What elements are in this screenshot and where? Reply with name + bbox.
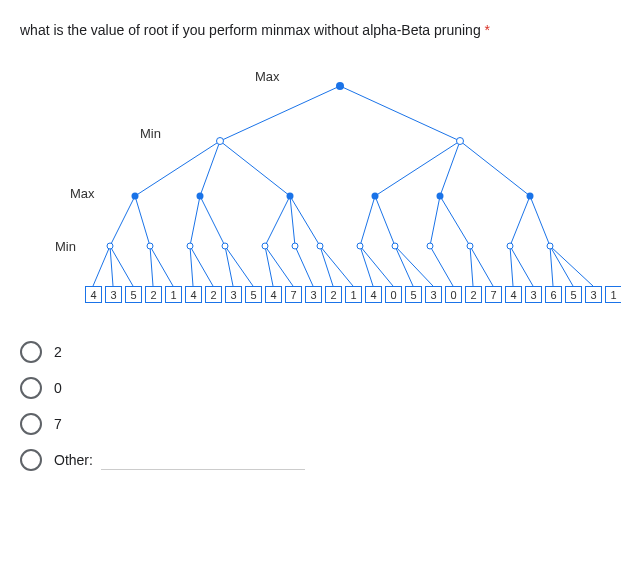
- svg-line-45: [550, 246, 573, 286]
- svg-point-64: [392, 243, 398, 249]
- leaf-node: 4: [185, 286, 202, 303]
- svg-line-2: [135, 141, 220, 196]
- svg-line-44: [550, 246, 553, 286]
- leaf-node: 3: [225, 286, 242, 303]
- radio-icon: [20, 341, 42, 363]
- svg-line-5: [375, 141, 460, 196]
- leaf-node: 3: [105, 286, 122, 303]
- svg-line-26: [190, 246, 193, 286]
- leaf-node: 4: [505, 286, 522, 303]
- svg-line-0: [220, 86, 340, 141]
- leaf-node: 5: [125, 286, 142, 303]
- svg-line-36: [360, 246, 393, 286]
- leaf-node: 6: [545, 286, 562, 303]
- level-label-max-top: Max: [255, 69, 280, 84]
- svg-point-61: [292, 243, 298, 249]
- question-text: what is the value of root if you perform…: [20, 20, 601, 41]
- leaf-node: 3: [525, 286, 542, 303]
- svg-line-34: [320, 246, 353, 286]
- svg-line-33: [320, 246, 333, 286]
- svg-point-66: [467, 243, 473, 249]
- required-asterisk: *: [485, 22, 490, 38]
- option-7[interactable]: 7: [20, 413, 601, 435]
- svg-point-59: [222, 243, 228, 249]
- svg-line-6: [440, 141, 460, 196]
- svg-point-52: [287, 193, 294, 200]
- leaf-node: 4: [85, 286, 102, 303]
- svg-point-55: [527, 193, 534, 200]
- leaf-node: 0: [445, 286, 462, 303]
- tree-edges-svg: [20, 61, 600, 321]
- leaf-node: 2: [205, 286, 222, 303]
- svg-point-51: [197, 193, 204, 200]
- svg-point-47: [336, 82, 344, 90]
- svg-line-20: [530, 196, 550, 246]
- minmax-tree-diagram: Max Min Max Min 435214235473214053027436…: [20, 61, 600, 321]
- radio-icon: [20, 413, 42, 435]
- svg-line-9: [135, 196, 150, 246]
- svg-line-18: [440, 196, 470, 246]
- leaf-node: 5: [405, 286, 422, 303]
- svg-point-56: [107, 243, 113, 249]
- svg-line-11: [200, 196, 225, 246]
- option-2[interactable]: 2: [20, 341, 601, 363]
- svg-point-53: [372, 193, 379, 200]
- svg-line-24: [150, 246, 153, 286]
- svg-line-25: [150, 246, 173, 286]
- other-input[interactable]: [101, 451, 305, 470]
- svg-point-63: [357, 243, 363, 249]
- svg-line-15: [360, 196, 375, 246]
- svg-point-50: [132, 193, 139, 200]
- leaf-node: 3: [425, 286, 442, 303]
- svg-point-57: [147, 243, 153, 249]
- svg-line-43: [510, 246, 533, 286]
- radio-icon: [20, 449, 42, 471]
- leaf-node: 2: [145, 286, 162, 303]
- level-label-min-upper: Min: [140, 126, 161, 141]
- leaf-node: 2: [465, 286, 482, 303]
- leaf-node: 7: [485, 286, 502, 303]
- svg-line-12: [265, 196, 290, 246]
- svg-point-49: [457, 138, 464, 145]
- svg-line-40: [470, 246, 473, 286]
- svg-point-68: [547, 243, 553, 249]
- radio-icon: [20, 377, 42, 399]
- svg-line-46: [550, 246, 593, 286]
- option-other[interactable]: Other:: [20, 449, 601, 471]
- svg-line-8: [110, 196, 135, 246]
- leaf-node: 4: [365, 286, 382, 303]
- svg-line-27: [190, 246, 213, 286]
- question-body: what is the value of root if you perform…: [20, 22, 481, 38]
- leaf-node: 0: [385, 286, 402, 303]
- svg-point-67: [507, 243, 513, 249]
- option-label: Other:: [54, 452, 93, 468]
- svg-line-3: [200, 141, 220, 196]
- svg-line-23: [110, 246, 133, 286]
- svg-line-39: [430, 246, 453, 286]
- leaf-node: 2: [325, 286, 342, 303]
- svg-point-60: [262, 243, 268, 249]
- svg-line-4: [220, 141, 290, 196]
- level-label-min-lower: Min: [55, 239, 76, 254]
- leaf-node: 1: [605, 286, 621, 303]
- leaf-node: 1: [165, 286, 182, 303]
- leaf-node: 5: [245, 286, 262, 303]
- svg-line-21: [93, 246, 110, 286]
- leaf-node: 3: [585, 286, 602, 303]
- svg-line-17: [430, 196, 440, 246]
- leaf-node: 4: [265, 286, 282, 303]
- svg-line-19: [510, 196, 530, 246]
- svg-line-37: [395, 246, 413, 286]
- svg-point-48: [217, 138, 224, 145]
- svg-line-7: [460, 141, 530, 196]
- leaf-node: 5: [565, 286, 582, 303]
- svg-line-22: [110, 246, 113, 286]
- leaf-node: 7: [285, 286, 302, 303]
- svg-line-1: [340, 86, 460, 141]
- svg-line-42: [510, 246, 513, 286]
- svg-line-32: [295, 246, 313, 286]
- option-label: 2: [54, 344, 62, 360]
- level-label-max-mid: Max: [70, 186, 95, 201]
- answer-options: 2 0 7 Other:: [20, 341, 601, 471]
- option-0[interactable]: 0: [20, 377, 601, 399]
